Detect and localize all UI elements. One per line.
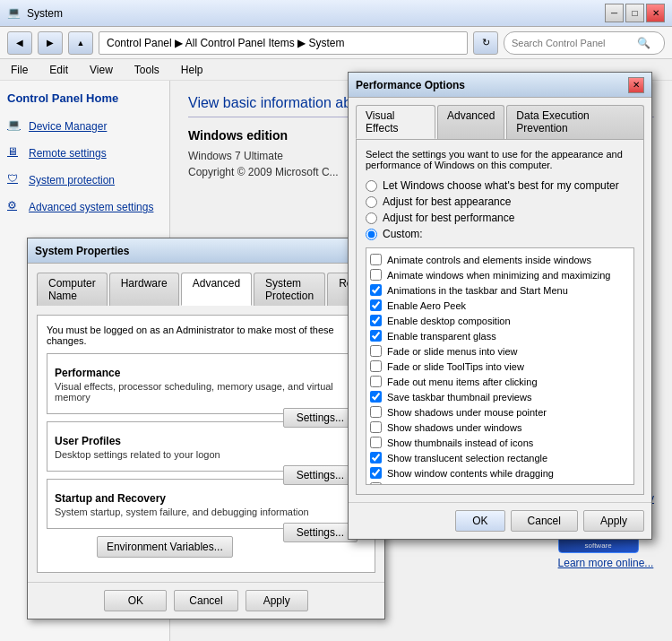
checkbox-label-7: Fade or slide ToolTips into view <box>387 361 524 372</box>
user-profiles-settings-button[interactable]: Settings... <box>283 465 358 485</box>
perf-cancel-button[interactable]: Cancel <box>511 510 578 532</box>
up-button[interactable]: ▲ <box>68 31 93 55</box>
check-item-7: Fade or slide ToolTips into view <box>370 359 630 374</box>
perf-radio-group: Let Windows choose what's best for my co… <box>366 179 634 240</box>
radio-custom: Custom: <box>366 228 634 240</box>
window-title: System <box>27 7 605 20</box>
tab-hardware[interactable]: Hardware <box>109 273 179 306</box>
user-profiles-desc: Desktop settings related to your logon <box>55 449 358 460</box>
checkbox-label-11: Show shadows under windows <box>387 422 521 433</box>
checkbox-12[interactable] <box>370 437 382 448</box>
checkbox-0[interactable] <box>370 254 382 265</box>
checkbox-6[interactable] <box>370 345 382 357</box>
check-item-5: Enable transparent glass <box>370 328 630 343</box>
checkbox-label-5: Enable transparent glass <box>387 331 496 342</box>
system-properties-dialog: System Properties ✕ Computer Name Hardwa… <box>27 238 385 619</box>
checkbox-label-15: Slide open combo boxes <box>387 483 495 486</box>
sysprop-apply-button[interactable]: Apply <box>246 590 308 611</box>
checkbox-label-12: Show thumbnails instead of icons <box>387 437 533 448</box>
perf-title-bar: Performance Options ✕ <box>349 73 651 98</box>
checkbox-label-8: Fade out menu items after clicking <box>387 377 538 387</box>
check-item-11: Show shadows under windows <box>370 420 630 435</box>
sysprop-bottom-bar: OK Cancel Apply <box>28 582 384 619</box>
checkbox-3[interactable] <box>370 299 382 311</box>
sidebar-item-device-manager[interactable]: 💻 Device Manager <box>7 116 162 137</box>
tab-system-protection[interactable]: System Protection <box>254 273 325 306</box>
radio-best-appearance-input[interactable] <box>366 196 377 208</box>
checkbox-11[interactable] <box>370 421 382 433</box>
breadcrumb-text: Control Panel ▶ All Control Panel Items … <box>107 37 344 49</box>
user-profiles-label: User Profiles <box>55 435 358 447</box>
perf-settings-button[interactable]: Settings... <box>283 408 358 428</box>
checkbox-15[interactable] <box>370 482 382 485</box>
perf-ok-button[interactable]: OK <box>455 510 504 532</box>
check-item-14: Show window contents while dragging <box>370 465 630 481</box>
back-button[interactable]: ◀ <box>7 31 32 55</box>
perf-tab-advanced[interactable]: Advanced <box>437 105 504 139</box>
menu-tools[interactable]: Tools <box>131 62 163 78</box>
perf-checkbox-list[interactable]: Animate controls and elements inside win… <box>366 247 634 485</box>
maximize-button[interactable]: □ <box>625 4 644 22</box>
perf-tabs: Visual Effects Advanced Data Execution P… <box>349 98 651 139</box>
radio-best-appearance: Adjust for best appearance <box>366 195 634 208</box>
sysprop-ok-button[interactable]: OK <box>104 590 167 611</box>
radio-best-performance-label: Adjust for best performance <box>383 212 514 224</box>
checkbox-14[interactable] <box>370 467 382 479</box>
tab-computer-name[interactable]: Computer Name <box>37 273 108 306</box>
check-item-10: Show shadows under mouse pointer <box>370 404 630 420</box>
perf-section-desc: Visual effects, processor scheduling, me… <box>55 381 358 403</box>
checkbox-5[interactable] <box>370 330 382 342</box>
search-input[interactable] <box>512 38 637 48</box>
learn-more-link[interactable]: Learn more online... <box>558 557 654 569</box>
sidebar-item-advanced-settings[interactable]: ⚙ Advanced system settings <box>7 196 162 218</box>
title-bar: 💻 System ─ □ ✕ <box>0 0 672 27</box>
menu-file[interactable]: File <box>7 62 31 78</box>
forward-button[interactable]: ▶ <box>38 31 63 55</box>
startup-settings-button[interactable]: Settings... <box>283 523 358 542</box>
checkbox-label-13: Show translucent selection rectangle <box>387 453 547 463</box>
checkbox-label-6: Fade or slide menus into view <box>387 346 518 357</box>
menu-help[interactable]: Help <box>177 62 207 78</box>
checkbox-label-1: Animate windows when minimizing and maxi… <box>387 270 610 281</box>
checkbox-10[interactable] <box>370 406 382 418</box>
checkbox-label-10: Show shadows under mouse pointer <box>387 407 547 418</box>
checkbox-9[interactable] <box>370 391 382 403</box>
checkbox-4[interactable] <box>370 315 382 326</box>
radio-custom-input[interactable] <box>366 229 377 240</box>
search-box[interactable]: 🔍 <box>504 31 665 55</box>
checkbox-label-3: Enable Aero Peek <box>387 300 466 311</box>
sysprop-tabs: Computer Name Hardware Advanced System P… <box>37 273 375 306</box>
tab-advanced[interactable]: Advanced <box>181 273 252 306</box>
perf-tab-dep[interactable]: Data Execution Prevention <box>506 105 644 139</box>
breadcrumb[interactable]: Control Panel ▶ All Control Panel Items … <box>99 31 468 55</box>
menu-edit[interactable]: Edit <box>46 62 72 78</box>
checkbox-1[interactable] <box>370 269 382 281</box>
sidebar-item-system-protection[interactable]: 🛡 System protection <box>7 169 162 191</box>
radio-let-windows-input[interactable] <box>366 180 377 192</box>
radio-let-windows: Let Windows choose what's best for my co… <box>366 179 634 192</box>
minimize-button[interactable]: ─ <box>605 4 624 22</box>
perf-title-text: Performance Options <box>356 79 628 91</box>
user-profiles-section: User Profiles Desktop settings related t… <box>47 421 366 472</box>
menu-view[interactable]: View <box>86 62 116 78</box>
checkbox-13[interactable] <box>370 452 382 463</box>
refresh-button[interactable]: ↻ <box>473 31 498 55</box>
radio-best-performance-input[interactable] <box>366 212 377 224</box>
check-item-9: Save taskbar thumbnail previews <box>370 389 630 404</box>
checkbox-8[interactable] <box>370 376 382 387</box>
sidebar-label-protection: System protection <box>29 174 115 186</box>
close-button[interactable]: ✕ <box>646 4 665 22</box>
checkbox-7[interactable] <box>370 360 382 372</box>
sysprop-cancel-button[interactable]: Cancel <box>174 590 237 611</box>
perf-tab-visual-effects[interactable]: Visual Effects <box>356 105 435 139</box>
perf-close-button[interactable]: ✕ <box>628 77 644 93</box>
radio-let-windows-label: Let Windows choose what's best for my co… <box>383 179 619 192</box>
check-item-13: Show translucent selection rectangle <box>370 450 630 465</box>
checkbox-label-4: Enable desktop composition <box>387 316 511 326</box>
perf-section-label: Performance <box>55 367 358 379</box>
window-icon: 💻 <box>7 6 22 21</box>
checkbox-2[interactable] <box>370 284 382 296</box>
sidebar-item-remote-settings[interactable]: 🖥 Remote settings <box>7 143 162 164</box>
perf-apply-button[interactable]: Apply <box>583 510 644 532</box>
env-vars-button[interactable]: Environment Variables... <box>97 536 233 558</box>
